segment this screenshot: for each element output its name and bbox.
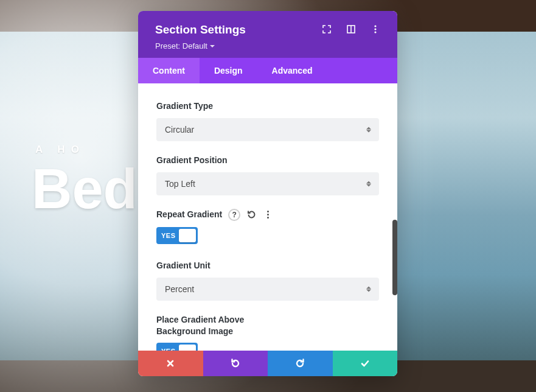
toggle-yes-label: YES — [161, 232, 176, 239]
toggle-yes-label: YES — [161, 348, 176, 351]
gradient-type-select[interactable]: Circular — [156, 118, 379, 141]
redo-icon — [294, 358, 305, 369]
field-more-icon[interactable] — [263, 209, 273, 221]
tab-content[interactable]: Content — [138, 58, 200, 83]
repeat-gradient-toggle[interactable]: YES — [156, 227, 198, 244]
tab-design[interactable]: Design — [200, 58, 257, 83]
cancel-button[interactable] — [138, 351, 203, 376]
gradient-position-label: Gradient Position — [156, 155, 228, 166]
gradient-position-value: Top Left — [165, 179, 195, 189]
field-place-above: Place Gradient Above Background Image YE… — [156, 314, 379, 351]
undo-button[interactable] — [203, 351, 268, 376]
hero-title: Bed — [32, 161, 137, 217]
select-caret-icon — [366, 127, 372, 132]
help-icon[interactable]: ? — [228, 209, 240, 221]
header-more-icon[interactable] — [371, 24, 380, 34]
preset-label: Preset: Default — [155, 41, 207, 51]
svg-point-3 — [374, 28, 376, 30]
field-gradient-position: Gradient Position Top Left — [156, 155, 379, 195]
redo-button[interactable] — [268, 351, 333, 376]
gradient-unit-label: Gradient Unit — [156, 260, 211, 271]
field-gradient-unit: Gradient Unit Percent — [156, 260, 379, 301]
repeat-gradient-label: Repeat Gradient — [156, 209, 222, 220]
toggle-knob — [179, 229, 196, 242]
gradient-type-value: Circular — [165, 125, 194, 135]
gradient-type-label: Gradient Type — [156, 100, 213, 112]
tabs: Content Design Advanced — [138, 58, 397, 83]
svg-point-4 — [374, 31, 376, 33]
section-settings-modal: Section Settings Preset: Default Content… — [138, 11, 397, 376]
undo-icon — [230, 358, 241, 369]
gradient-unit-select[interactable]: Percent — [156, 278, 379, 301]
hero-tagline: A HO — [35, 144, 85, 156]
save-button[interactable] — [333, 351, 398, 376]
chevron-down-icon — [210, 45, 215, 47]
modal-footer — [138, 351, 397, 376]
select-caret-icon — [366, 286, 372, 292]
place-above-label: Place Gradient Above Background Image — [156, 314, 278, 337]
reset-icon[interactable] — [246, 209, 257, 220]
scrollbar-thumb[interactable] — [392, 220, 397, 295]
field-gradient-type: Gradient Type Circular — [156, 100, 379, 141]
check-icon — [360, 359, 370, 368]
field-repeat-gradient: Repeat Gradient ? YES — [156, 209, 379, 247]
tab-advanced[interactable]: Advanced — [257, 58, 327, 83]
select-caret-icon — [366, 181, 372, 186]
modal-title: Section Settings — [155, 23, 246, 37]
place-above-toggle[interactable]: YES — [156, 343, 198, 351]
preset-dropdown[interactable]: Preset: Default — [155, 41, 384, 51]
modal-body: Gradient Type Circular Gradient Position… — [138, 83, 397, 351]
gradient-unit-value: Percent — [165, 284, 194, 294]
gradient-position-select[interactable]: Top Left — [156, 172, 379, 195]
toggle-knob — [179, 345, 196, 351]
svg-point-2 — [374, 25, 376, 27]
expand-icon[interactable] — [322, 24, 332, 34]
snap-icon[interactable] — [346, 24, 356, 34]
close-icon — [166, 359, 175, 368]
modal-header: Section Settings Preset: Default — [138, 11, 397, 58]
